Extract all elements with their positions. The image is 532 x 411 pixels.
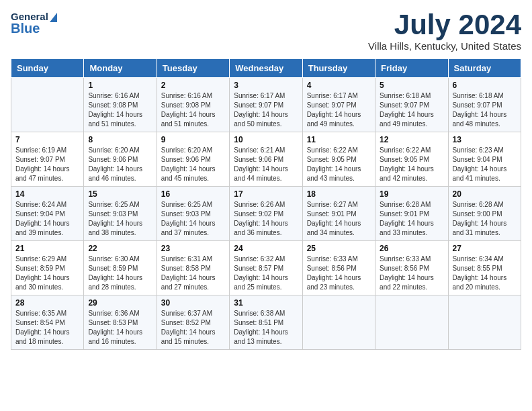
calendar-cell: 23Sunrise: 6:31 AMSunset: 8:58 PMDayligh…: [157, 241, 229, 295]
calendar-cell: [448, 295, 521, 350]
calendar-body: 1Sunrise: 6:16 AMSunset: 9:08 PMDaylight…: [11, 78, 521, 350]
header-row: SundayMondayTuesdayWednesdayThursdayFrid…: [11, 59, 521, 78]
calendar-cell: 14Sunrise: 6:24 AMSunset: 9:04 PMDayligh…: [11, 187, 84, 241]
calendar-cell: 26Sunrise: 6:33 AMSunset: 8:56 PMDayligh…: [375, 241, 448, 295]
day-number: 5: [380, 81, 443, 90]
calendar-cell: 11Sunrise: 6:22 AMSunset: 9:05 PMDayligh…: [302, 132, 375, 187]
location: Villa Hills, Kentucky, United States: [368, 40, 521, 52]
calendar-cell: 17Sunrise: 6:26 AMSunset: 9:02 PMDayligh…: [230, 187, 302, 241]
calendar-cell: 2Sunrise: 6:16 AMSunset: 9:08 PMDaylight…: [157, 78, 229, 132]
week-row-5: 28Sunrise: 6:35 AMSunset: 8:54 PMDayligh…: [11, 295, 521, 350]
header-day-saturday: Saturday: [448, 59, 521, 78]
calendar-cell: 9Sunrise: 6:20 AMSunset: 9:06 PMDaylight…: [157, 132, 229, 187]
day-info: Sunrise: 6:28 AMSunset: 9:01 PMDaylight:…: [380, 200, 443, 238]
calendar-cell: 7Sunrise: 6:19 AMSunset: 9:07 PMDaylight…: [11, 132, 84, 187]
page-header: General Blue July 2024 Villa Hills, Kent…: [11, 11, 521, 52]
header-day-tuesday: Tuesday: [157, 59, 229, 78]
calendar-cell: 4Sunrise: 6:17 AMSunset: 9:07 PMDaylight…: [302, 78, 375, 132]
calendar-cell: 29Sunrise: 6:36 AMSunset: 8:53 PMDayligh…: [84, 295, 157, 350]
calendar-cell: [11, 78, 84, 132]
calendar-cell: 28Sunrise: 6:35 AMSunset: 8:54 PMDayligh…: [11, 295, 84, 350]
calendar-cell: 13Sunrise: 6:23 AMSunset: 9:04 PMDayligh…: [448, 132, 521, 187]
day-number: 23: [161, 244, 225, 253]
calendar-cell: 12Sunrise: 6:22 AMSunset: 9:05 PMDayligh…: [375, 132, 448, 187]
day-info: Sunrise: 6:16 AMSunset: 9:08 PMDaylight:…: [161, 91, 225, 129]
calendar-cell: 16Sunrise: 6:25 AMSunset: 9:03 PMDayligh…: [157, 187, 229, 241]
calendar-cell: 19Sunrise: 6:28 AMSunset: 9:01 PMDayligh…: [375, 187, 448, 241]
day-info: Sunrise: 6:24 AMSunset: 9:04 PMDaylight:…: [15, 200, 79, 238]
month-title: July 2024: [368, 11, 521, 39]
day-info: Sunrise: 6:16 AMSunset: 9:08 PMDaylight:…: [88, 91, 152, 129]
title-block: July 2024 Villa Hills, Kentucky, United …: [368, 11, 521, 52]
calendar-cell: 3Sunrise: 6:17 AMSunset: 9:07 PMDaylight…: [230, 78, 302, 132]
calendar-cell: 27Sunrise: 6:34 AMSunset: 8:55 PMDayligh…: [448, 241, 521, 295]
day-info: Sunrise: 6:33 AMSunset: 8:56 PMDaylight:…: [380, 255, 443, 292]
calendar-cell: 1Sunrise: 6:16 AMSunset: 9:08 PMDaylight…: [84, 78, 157, 132]
day-info: Sunrise: 6:18 AMSunset: 9:07 PMDaylight:…: [453, 91, 517, 129]
day-number: 16: [161, 189, 225, 199]
week-row-2: 7Sunrise: 6:19 AMSunset: 9:07 PMDaylight…: [11, 132, 521, 187]
day-info: Sunrise: 6:36 AMSunset: 8:53 PMDaylight:…: [88, 309, 152, 347]
calendar-cell: 18Sunrise: 6:27 AMSunset: 9:01 PMDayligh…: [302, 187, 375, 241]
day-info: Sunrise: 6:25 AMSunset: 9:03 PMDaylight:…: [161, 200, 225, 238]
logo: General Blue: [11, 11, 57, 36]
day-info: Sunrise: 6:20 AMSunset: 9:06 PMDaylight:…: [88, 146, 152, 183]
calendar-cell: [375, 295, 448, 350]
day-number: 4: [307, 81, 371, 90]
day-number: 20: [453, 189, 517, 199]
calendar-cell: 15Sunrise: 6:25 AMSunset: 9:03 PMDayligh…: [84, 187, 157, 241]
day-number: 13: [453, 135, 517, 144]
week-row-3: 14Sunrise: 6:24 AMSunset: 9:04 PMDayligh…: [11, 187, 521, 241]
day-info: Sunrise: 6:22 AMSunset: 9:05 PMDaylight:…: [307, 146, 371, 183]
week-row-1: 1Sunrise: 6:16 AMSunset: 9:08 PMDaylight…: [11, 78, 521, 132]
day-number: 17: [234, 189, 298, 199]
calendar-cell: [302, 295, 375, 350]
day-number: 12: [380, 135, 443, 144]
header-day-monday: Monday: [84, 59, 157, 78]
day-number: 22: [88, 244, 152, 253]
day-number: 7: [15, 135, 79, 144]
calendar-cell: 24Sunrise: 6:32 AMSunset: 8:57 PMDayligh…: [230, 241, 302, 295]
header-day-sunday: Sunday: [11, 59, 84, 78]
calendar-cell: 22Sunrise: 6:30 AMSunset: 8:59 PMDayligh…: [84, 241, 157, 295]
day-info: Sunrise: 6:18 AMSunset: 9:07 PMDaylight:…: [380, 91, 443, 129]
day-number: 31: [234, 298, 298, 308]
calendar-cell: 31Sunrise: 6:38 AMSunset: 8:51 PMDayligh…: [230, 295, 302, 350]
day-number: 25: [307, 244, 371, 253]
day-number: 9: [161, 135, 225, 144]
day-number: 11: [307, 135, 371, 144]
day-number: 2: [161, 81, 225, 90]
day-number: 27: [453, 244, 517, 253]
day-number: 1: [88, 81, 152, 90]
day-number: 18: [307, 189, 371, 199]
day-info: Sunrise: 6:17 AMSunset: 9:07 PMDaylight:…: [307, 91, 371, 129]
day-number: 14: [15, 189, 79, 199]
day-number: 24: [234, 244, 298, 253]
day-number: 10: [234, 135, 298, 144]
day-info: Sunrise: 6:17 AMSunset: 9:07 PMDaylight:…: [234, 91, 298, 129]
calendar-cell: 20Sunrise: 6:28 AMSunset: 9:00 PMDayligh…: [448, 187, 521, 241]
day-number: 21: [15, 244, 79, 253]
day-info: Sunrise: 6:22 AMSunset: 9:05 PMDaylight:…: [380, 146, 443, 183]
day-number: 19: [380, 189, 443, 199]
day-number: 15: [88, 189, 152, 199]
calendar-header: SundayMondayTuesdayWednesdayThursdayFrid…: [11, 59, 521, 78]
calendar-cell: 6Sunrise: 6:18 AMSunset: 9:07 PMDaylight…: [448, 78, 521, 132]
day-info: Sunrise: 6:26 AMSunset: 9:02 PMDaylight:…: [234, 200, 298, 238]
day-info: Sunrise: 6:33 AMSunset: 8:56 PMDaylight:…: [307, 255, 371, 292]
day-info: Sunrise: 6:23 AMSunset: 9:04 PMDaylight:…: [453, 146, 517, 183]
day-info: Sunrise: 6:19 AMSunset: 9:07 PMDaylight:…: [15, 146, 79, 183]
calendar-cell: 25Sunrise: 6:33 AMSunset: 8:56 PMDayligh…: [302, 241, 375, 295]
day-info: Sunrise: 6:27 AMSunset: 9:01 PMDaylight:…: [307, 200, 371, 238]
day-number: 6: [453, 81, 517, 90]
calendar-table: SundayMondayTuesdayWednesdayThursdayFrid…: [11, 58, 521, 350]
day-number: 30: [161, 298, 225, 308]
day-info: Sunrise: 6:20 AMSunset: 9:06 PMDaylight:…: [161, 146, 225, 183]
calendar-cell: 8Sunrise: 6:20 AMSunset: 9:06 PMDaylight…: [84, 132, 157, 187]
week-row-4: 21Sunrise: 6:29 AMSunset: 8:59 PMDayligh…: [11, 241, 521, 295]
calendar-cell: 21Sunrise: 6:29 AMSunset: 8:59 PMDayligh…: [11, 241, 84, 295]
day-info: Sunrise: 6:37 AMSunset: 8:52 PMDaylight:…: [161, 309, 225, 347]
day-number: 28: [15, 298, 79, 308]
day-info: Sunrise: 6:34 AMSunset: 8:55 PMDaylight:…: [453, 255, 517, 292]
header-day-wednesday: Wednesday: [230, 59, 302, 78]
